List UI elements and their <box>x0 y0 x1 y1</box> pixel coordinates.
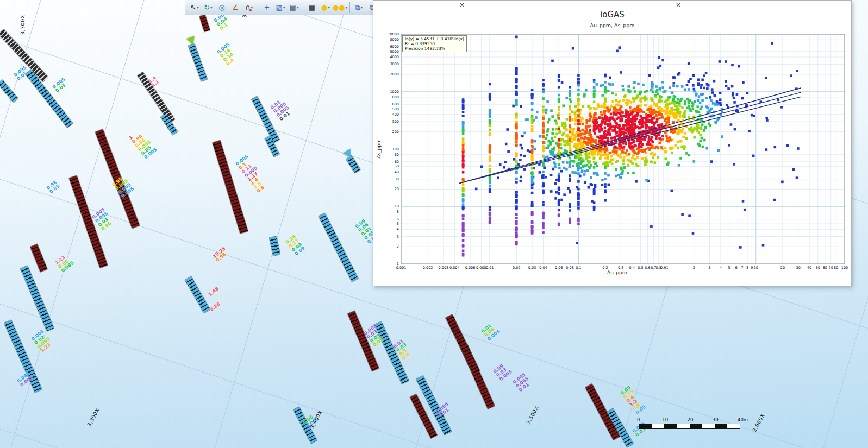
svg-text:6: 6 <box>735 266 738 270</box>
svg-text:0.003: 0.003 <box>439 266 449 270</box>
scale-bar-segment <box>677 424 689 428</box>
iogas-window: × × ioGAS Au_ppm, As_ppm 0.0010.0020.003… <box>373 0 852 286</box>
svg-text:0.03: 0.03 <box>528 266 536 270</box>
layers-button[interactable]: ⧉▾ <box>352 2 365 14</box>
bulbs-button[interactable]: ●●▾ <box>333 2 347 14</box>
scale-bar-label: 10 <box>662 417 668 422</box>
scale-bar-label: 40m <box>738 417 748 422</box>
target-icon: ◎ <box>218 4 224 11</box>
regression-r2: R² = 0.339550 <box>405 41 464 46</box>
grid-button[interactable]: ▦ <box>305 2 319 14</box>
select-arrow-button[interactable]: ↖▾ <box>188 2 201 14</box>
scale-bar-segment <box>639 424 652 428</box>
svg-text:50: 50 <box>816 266 820 270</box>
svg-text:400: 400 <box>392 112 399 117</box>
svg-text:0.08: 0.08 <box>566 266 573 270</box>
svg-text:3000: 3000 <box>390 62 399 66</box>
svg-text:20: 20 <box>395 187 399 191</box>
target-button[interactable]: ◎ <box>215 2 228 14</box>
scatter-points <box>462 36 800 257</box>
svg-text:500: 500 <box>392 107 399 111</box>
svg-text:80: 80 <box>834 266 838 270</box>
bulb-button[interactable]: ●▾ <box>319 2 332 14</box>
svg-text:300: 300 <box>392 119 399 124</box>
svg-text:0.004: 0.004 <box>449 266 460 270</box>
svg-text:3: 3 <box>397 235 399 239</box>
scale-bar-segment <box>715 424 727 428</box>
svg-text:60: 60 <box>395 160 399 164</box>
svg-text:10000: 10000 <box>388 32 399 36</box>
select-arrow-icon: ↖ <box>190 4 196 11</box>
svg-text:60: 60 <box>823 266 827 270</box>
svg-text:0.01: 0.01 <box>486 266 494 270</box>
x-axis-label: Au_ppm <box>607 270 627 275</box>
grid-coordinate-label: 3,300X <box>20 15 26 35</box>
svg-text:0.1: 0.1 <box>576 266 581 270</box>
svg-text:0.5: 0.5 <box>638 266 643 270</box>
scale-bar-label: 0 <box>637 417 640 422</box>
snap-button[interactable]: ∩▾ <box>242 2 255 14</box>
svg-text:8000: 8000 <box>390 37 399 42</box>
chevron-down-icon: ▾ <box>210 5 213 10</box>
svg-text:9: 9 <box>751 266 753 270</box>
chevron-down-icon: ▾ <box>328 5 330 10</box>
svg-text:0.04: 0.04 <box>539 266 547 270</box>
svg-text:4: 4 <box>397 227 399 231</box>
regression-equation: ln(y) = 5.4531 + 0.4109ln(x) <box>405 36 464 41</box>
svg-text:8: 8 <box>397 210 399 214</box>
grid-coordinate-label: 3,600X <box>751 413 766 433</box>
scale-bar-label: 30 <box>713 417 719 422</box>
svg-text:80: 80 <box>395 153 399 157</box>
cube-wire-button[interactable]: ▤▾ <box>288 2 301 14</box>
svg-text:8: 8 <box>746 266 748 270</box>
cube-button[interactable]: ▧▾ <box>274 2 287 14</box>
grid-coordinate-label: 3,400X <box>309 409 323 430</box>
toolbar: ↖▾↻▾◎∠∩▾+▧▾▤▾▦●▾●●▾⧉▾⧉ <box>185 0 382 15</box>
svg-text:0.002: 0.002 <box>423 266 433 270</box>
svg-text:30: 30 <box>796 266 801 270</box>
svg-text:0.06: 0.06 <box>555 266 563 270</box>
scale-bar-segment <box>727 424 740 428</box>
svg-text:70: 70 <box>829 266 833 270</box>
svg-text:600: 600 <box>392 102 399 106</box>
svg-text:0.6: 0.6 <box>645 266 650 270</box>
rotate-icon: ↻ <box>204 4 210 11</box>
chart-tick-labels: 0.0010.0020.0030.0040.0060.0080.010.020.… <box>388 32 848 270</box>
scatter-outlier-point <box>515 36 518 39</box>
svg-text:5: 5 <box>397 222 399 226</box>
svg-text:4000: 4000 <box>390 55 399 59</box>
bulbs-icon: ●● <box>333 4 345 11</box>
toolbar-separator <box>349 2 350 13</box>
svg-text:0.4: 0.4 <box>629 266 634 270</box>
svg-text:20: 20 <box>780 266 785 270</box>
svg-text:2: 2 <box>397 244 399 249</box>
regression-precision: Precision 1492.73% <box>405 46 464 51</box>
rotate-button[interactable]: ↻▾ <box>202 2 215 14</box>
grid-coordinate-label: 3,500X <box>525 405 540 426</box>
svg-text:40: 40 <box>395 170 399 174</box>
scale-bar-segment <box>690 424 702 428</box>
svg-text:1: 1 <box>397 262 399 266</box>
svg-text:0.2: 0.2 <box>602 266 608 270</box>
svg-text:0.008: 0.008 <box>476 266 486 270</box>
bulb-icon: ● <box>321 4 327 11</box>
chevron-down-icon: ▾ <box>197 5 199 10</box>
screen: 0.0950.050.0050.031.41.10.0050.040.10.00… <box>0 0 868 448</box>
svg-text:5: 5 <box>728 266 730 270</box>
svg-text:3: 3 <box>708 266 710 270</box>
svg-text:40: 40 <box>807 266 811 270</box>
svg-text:10: 10 <box>395 204 399 209</box>
grid-icon: ▦ <box>309 4 315 11</box>
cube-icon: ▧ <box>276 4 283 11</box>
svg-text:0.001: 0.001 <box>396 266 407 270</box>
svg-text:5000: 5000 <box>390 49 399 54</box>
svg-text:0.006: 0.006 <box>465 266 476 270</box>
pan-button[interactable]: + <box>260 2 273 14</box>
scale-bar: 010203040m <box>639 417 740 429</box>
grid-coordinate-label: 3,300X <box>86 407 101 428</box>
svg-text:1000: 1000 <box>390 90 399 94</box>
regression-annotation: ln(y) = 5.4531 + 0.4109ln(x) R² = 0.3395… <box>402 35 467 52</box>
protractor-button[interactable]: ∠ <box>229 2 242 14</box>
svg-text:10: 10 <box>754 266 758 270</box>
chevron-down-icon: ▾ <box>283 5 285 10</box>
